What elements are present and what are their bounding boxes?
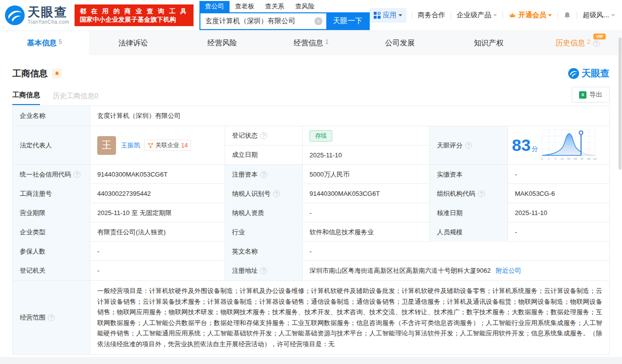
divider [412,12,412,19]
search-area: 查公司 查老板 查关系 查风险 天眼一下 [199,1,370,30]
slogan-banner: 都 在 用 的 商 业 查 询 工 具 国家中小企业发展子基金旗下机构 [75,4,194,26]
nav-open-vip[interactable]: 开通会员 [508,11,552,20]
reg-address-cell: 深圳市南山区粤海街道高新区社区高新南六道十号朗科大厦9062 附近公司 [303,261,609,280]
paid-capital-label: 实缴资本 [430,165,508,184]
legal-rep-avatar[interactable]: 王 [97,136,116,155]
subtab-business-info[interactable]: 工商信息 [12,91,40,105]
taxpayer-id-value: 91440300MAK053CG6T [303,184,430,203]
insured-count-value: - [90,242,225,261]
svg-text:99: 99 [587,157,590,160]
taxpayer-quality-value: - [303,203,430,222]
export-button[interactable]: 导出 [572,87,610,103]
staff-size-value: - [508,222,609,242]
credit-code-value: 91440300MAK053CG6T [90,165,225,184]
tab-intellectual-property[interactable]: 知识产权 [444,31,533,55]
divider [503,12,503,19]
help-icon[interactable] [74,171,80,178]
tab-history-info[interactable]: VIP 历史信息 2 [533,31,622,55]
super-risk-label: 超级风... [583,11,609,20]
tianyancha-logo[interactable]: 天眼查 TianYanCha.com [5,5,70,25]
help-icon[interactable] [478,190,485,197]
divider [451,12,451,19]
company-name-label: 企业名称 [13,106,90,126]
scrollbar-thumb[interactable] [619,37,622,170]
business-term-value: 2025-11-10 至 无固定期限 [90,203,225,222]
svg-text:1: 1 [548,157,550,160]
search-input[interactable] [200,13,311,29]
industry-label: 行业 [225,222,303,242]
english-name-label: 英文名称 [225,242,303,261]
clear-search-icon[interactable] [314,17,322,25]
svg-text:100: 100 [593,157,597,160]
status-date-block: 登记状态 存续 成立日期 2025-11-10 [225,126,430,164]
help-icon[interactable] [260,132,267,139]
subtab-history-business-info[interactable]: 历史工商信息0 [53,92,98,105]
status-badge: 存续 [310,130,332,142]
related-network-icon [148,143,154,148]
reg-number-value: 440300227395442 [90,184,225,203]
reg-number-label: 工商注册号 [13,184,90,203]
nearby-companies-link[interactable]: 附近公司 [496,266,521,275]
apps-menu[interactable]: 应用 [370,8,406,23]
tab-operating-info[interactable]: 经营信息 1 [267,31,355,55]
table-row: 登记机关 - 注册地址 深圳市南山区粤海街道高新区社区高新南六道十号朗科大厦90… [13,261,609,281]
tab-legal-proceedings[interactable]: 法律诉讼 [89,31,178,55]
help-icon[interactable] [273,190,280,197]
search-button[interactable]: 天眼一下 [326,13,369,29]
search-tab-relation[interactable]: 查关系 [260,1,290,12]
help-icon[interactable] [465,142,472,149]
notification-bell-icon[interactable] [563,11,571,19]
tab-count: 2 [587,38,590,45]
help-icon[interactable] [593,40,600,47]
subscribe-bell-icon[interactable] [52,69,62,78]
crown-icon [508,12,516,19]
reg-address-label: 注册地址 [225,261,303,280]
company-name-value: 玄度计算机（深圳）有限公司 [90,106,609,126]
chevron-down-icon [611,14,615,18]
establish-date-value: 2025-11-10 [303,146,430,164]
paid-capital-value: - [508,165,609,184]
search-tab-boss[interactable]: 查老板 [230,1,260,12]
table-row: 经营范围 一般经营项目是：计算机软硬件及外围设备制造；计算机及办公设备维修；计算… [13,281,609,354]
help-icon[interactable] [260,267,267,274]
business-scope-label: 经营范围 [13,281,90,354]
search-tab-company[interactable]: 查公司 [199,1,230,12]
establish-date-label: 成立日期 [225,146,303,164]
staff-size-label: 人员规模 [430,222,508,242]
reg-address-value: 深圳市南山区粤海街道高新区社区高新南六道十号朗科大厦9062 [310,266,491,275]
svg-text:0: 0 [541,157,543,160]
chevron-down-icon [548,14,552,18]
tab-label: 知识产权 [474,38,504,48]
watermark-logo: 天眼查 [568,67,610,80]
tab-basic-info[interactable]: 基本信息 5 [0,31,89,55]
table-row: 企业类型 有限责任公司(法人独资) 行业 软件和信息技术服务业 人员规模 - [13,222,609,242]
reg-capital-label: 注册资本 [225,165,303,184]
company-tab-bar: 基本信息 5 法律诉讼 经营风险 经营信息 1 公司发展 知识产权 VIP 历史… [0,31,622,55]
related-companies-badge[interactable]: 关联企业 14 [144,140,191,151]
company-type-value: 有限责任公司(法人独资) [90,222,225,242]
nav-super-risk[interactable]: 超级风... [583,11,615,20]
vip-badge: VIP [593,34,606,39]
divider [577,12,577,19]
slogan-line1: 都 在 用 的 商 业 查 询 工 具 [80,7,189,15]
excel-icon [579,91,586,99]
legal-rep-name-link[interactable]: 王振凯 [121,141,140,150]
table-row: 工商注册号 440300227395442 纳税人识别号 91440300MAK… [13,184,609,203]
english-name-value: - [303,242,609,261]
export-label: 导出 [589,90,602,99]
divider [557,12,558,19]
nav-business-cooperation[interactable]: 商务合作 [418,11,445,20]
tab-company-development[interactable]: 公司发展 [355,31,444,55]
watermark-text: 天眼查 [582,67,610,80]
nav-enterprise-products[interactable]: 企业级产品 [457,11,497,20]
subtab-count: 0 [94,92,98,100]
tab-operating-risk[interactable]: 经营风险 [178,31,267,55]
org-code-label: 组织机构代码 [430,184,508,203]
reg-capital-value: 5000万人民币 [303,165,430,184]
credit-code-label: 统一社会信用代码 [13,165,90,184]
help-icon[interactable] [48,314,55,321]
help-icon[interactable] [260,171,267,178]
legal-rep-cell: 王 王振凯 关联企业 14 [90,126,225,164]
search-tab-risk[interactable]: 查风险 [290,1,320,12]
svg-text:97: 97 [580,157,583,160]
